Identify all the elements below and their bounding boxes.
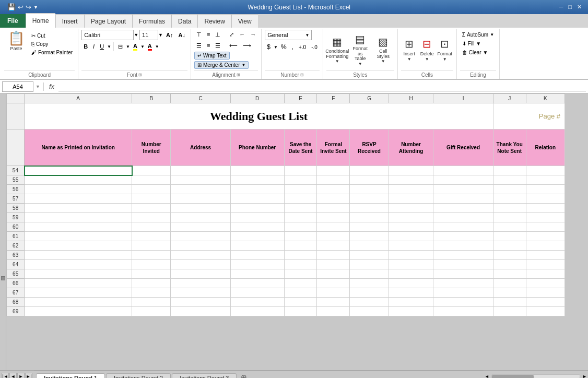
- row-num-58[interactable]: 58: [7, 204, 25, 213]
- cell-58-col8[interactable]: [433, 204, 493, 213]
- cell-69-col6[interactable]: [350, 307, 389, 316]
- cell-60-col2[interactable]: [171, 222, 230, 232]
- cell-56-col7[interactable]: [389, 185, 433, 194]
- cell-57-col7[interactable]: [389, 194, 433, 204]
- cell-68-col4[interactable]: [284, 298, 317, 307]
- bold-button[interactable]: B: [81, 42, 90, 51]
- sheet-scroll-area[interactable]: A B C D E F G H I J K Wedding Guest List…: [6, 93, 588, 370]
- cell-67-col3[interactable]: [230, 288, 284, 298]
- row-num-67[interactable]: 67: [7, 288, 25, 298]
- merge-center-button[interactable]: ⊞ Merge & Center ▼: [194, 61, 249, 69]
- cell-54-col6[interactable]: [350, 166, 389, 175]
- cell-66-col9[interactable]: [493, 279, 526, 288]
- cell-60-col1[interactable]: [132, 222, 171, 232]
- cell-65-col6[interactable]: [350, 269, 389, 279]
- col-header-F[interactable]: F: [317, 94, 350, 103]
- ltr-btn[interactable]: ⟶: [241, 41, 253, 50]
- tab-nav-arrows[interactable]: |◄ ◄ ► ►|: [0, 373, 34, 379]
- cell-66-col0[interactable]: [25, 279, 132, 288]
- cell-59-col1[interactable]: [132, 213, 171, 222]
- underline-dropdown[interactable]: ▼: [107, 44, 111, 49]
- cell-68-col0[interactable]: [25, 298, 132, 307]
- col-header-I[interactable]: I: [433, 94, 493, 103]
- cell-56-col0[interactable]: [25, 185, 132, 194]
- cell-55-col10[interactable]: [526, 175, 565, 185]
- cell-60-col9[interactable]: [493, 222, 526, 232]
- cell-56-col10[interactable]: [526, 185, 565, 194]
- cell-62-col1[interactable]: [132, 241, 171, 251]
- col-header-C[interactable]: C: [171, 94, 230, 103]
- cell-62-col7[interactable]: [389, 241, 433, 251]
- format-painter-button[interactable]: 🖌 Format Painter: [29, 49, 75, 56]
- cell-69-col1[interactable]: [132, 307, 171, 316]
- cell-68-col3[interactable]: [230, 298, 284, 307]
- cell-63-col2[interactable]: [171, 251, 230, 260]
- cell-56-col1[interactable]: [132, 185, 171, 194]
- cell-54-col1[interactable]: [132, 166, 171, 175]
- font-name-dropdown[interactable]: ▼: [134, 32, 138, 38]
- cell-54-col5[interactable]: [317, 166, 350, 175]
- cell-58-col3[interactable]: [230, 204, 284, 213]
- decrease-font-btn[interactable]: A↓: [176, 30, 187, 40]
- tab-home[interactable]: Home: [26, 13, 55, 28]
- text-direction-btn[interactable]: ⤢: [227, 30, 236, 39]
- col-header-K[interactable]: K: [526, 94, 565, 103]
- font-color-dropdown[interactable]: ▼: [155, 44, 159, 49]
- cell-55-col9[interactable]: [493, 175, 526, 185]
- insert-cells-button[interactable]: ⊞ Insert ▼: [401, 36, 418, 63]
- cell-68-col9[interactable]: [493, 298, 526, 307]
- cell-57-col3[interactable]: [230, 194, 284, 204]
- cell-61-col7[interactable]: [389, 232, 433, 241]
- font-color-btn[interactable]: A: [146, 42, 154, 51]
- h-scroll-thumb[interactable]: [492, 375, 534, 379]
- row-num-61[interactable]: 61: [7, 232, 25, 241]
- cell-67-col5[interactable]: [317, 288, 350, 298]
- comma-btn[interactable]: ,: [290, 42, 296, 52]
- hscroll-right-btn[interactable]: ►: [581, 374, 588, 379]
- cell-55-col0[interactable]: [25, 175, 132, 185]
- cell-65-col1[interactable]: [132, 269, 171, 279]
- cell-62-col2[interactable]: [171, 241, 230, 251]
- cell-64-col10[interactable]: [526, 260, 565, 269]
- row-num-64[interactable]: 64: [7, 260, 25, 269]
- cell-64-col4[interactable]: [284, 260, 317, 269]
- align-right-btn[interactable]: ☰: [213, 41, 222, 50]
- cell-55-col3[interactable]: [230, 175, 284, 185]
- window-controls[interactable]: ─ □ ✕: [557, 4, 584, 10]
- cell-55-col7[interactable]: [389, 175, 433, 185]
- close-btn[interactable]: ✕: [575, 4, 584, 10]
- cell-59-col10[interactable]: [526, 213, 565, 222]
- row-num-59[interactable]: 59: [7, 213, 25, 222]
- align-center-btn[interactable]: ≡: [205, 41, 212, 50]
- col-header-G[interactable]: G: [350, 94, 389, 103]
- cell-57-col0[interactable]: [25, 194, 132, 204]
- cell-68-col10[interactable]: [526, 298, 565, 307]
- cell-61-col8[interactable]: [433, 232, 493, 241]
- cell-57-col4[interactable]: [284, 194, 317, 204]
- cell-60-col3[interactable]: [230, 222, 284, 232]
- row-num-55[interactable]: 55: [7, 175, 25, 185]
- clear-button[interactable]: 🗑 Clear ▼: [460, 49, 496, 56]
- percent-btn[interactable]: %: [279, 42, 289, 52]
- cell-67-col10[interactable]: [526, 288, 565, 298]
- row-num-66[interactable]: 66: [7, 279, 25, 288]
- border-dropdown[interactable]: ▼: [126, 44, 130, 49]
- cell-55-col2[interactable]: [171, 175, 230, 185]
- cell-64-col2[interactable]: [171, 260, 230, 269]
- align-left-btn[interactable]: ☰: [194, 41, 204, 50]
- row-num-65[interactable]: 65: [7, 269, 25, 279]
- cell-58-col10[interactable]: [526, 204, 565, 213]
- cell-60-col10[interactable]: [526, 222, 565, 232]
- tab-next-btn[interactable]: ►: [17, 373, 25, 379]
- wrap-text-button[interactable]: ↵ Wrap Text: [194, 52, 230, 60]
- cell-67-col4[interactable]: [284, 288, 317, 298]
- cell-67-col6[interactable]: [350, 288, 389, 298]
- cell-55-col8[interactable]: [433, 175, 493, 185]
- paste-button[interactable]: 📋 Paste: [4, 30, 28, 53]
- cell-65-col10[interactable]: [526, 269, 565, 279]
- col-header-H[interactable]: H: [389, 94, 433, 103]
- cell-66-col4[interactable]: [284, 279, 317, 288]
- number-expand-icon[interactable]: ⊞: [300, 73, 304, 77]
- cell-63-col9[interactable]: [493, 251, 526, 260]
- cell-56-col6[interactable]: [350, 185, 389, 194]
